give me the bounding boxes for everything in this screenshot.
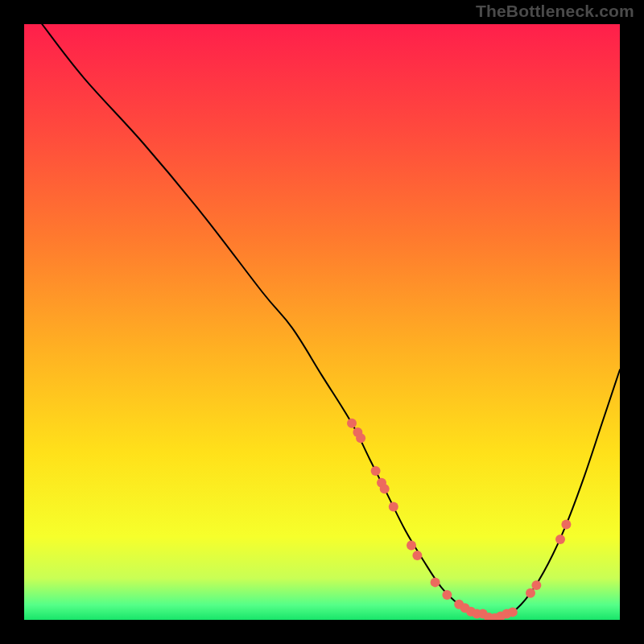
data-point: [508, 607, 518, 617]
watermark-text: TheBottleneck.com: [476, 2, 634, 21]
plot-area: [24, 24, 620, 620]
data-point: [380, 484, 390, 493]
data-point: [526, 588, 535, 598]
data-point: [442, 590, 452, 600]
data-point: [531, 580, 541, 590]
data-point: [356, 433, 365, 443]
data-point: [555, 535, 565, 544]
gradient-background: [24, 24, 620, 620]
data-point: [412, 551, 422, 560]
chart-svg: [24, 24, 620, 620]
data-point: [389, 502, 398, 511]
data-point: [561, 520, 571, 530]
chart-stage: TheBottleneck.com: [0, 0, 644, 644]
data-point: [347, 419, 357, 428]
data-point: [407, 541, 416, 551]
data-point: [431, 577, 440, 587]
data-point: [371, 466, 381, 476]
